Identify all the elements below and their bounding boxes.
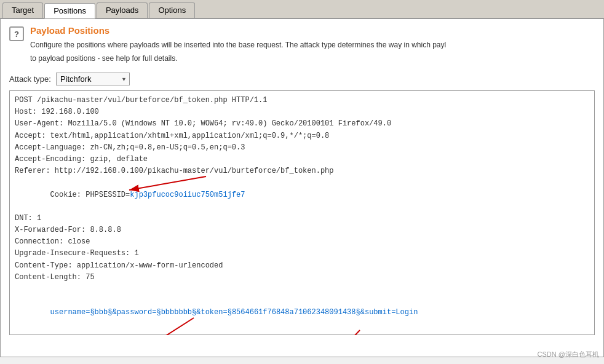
- request-line-8: Cookie: PHPSESSID=kjp3pfucoc9oiiuc750m51…: [15, 177, 589, 213]
- request-line-7: Referer: http://192.168.0.100/pikachu-ma…: [15, 165, 589, 177]
- help-content: Payload Positions Configure the position…: [30, 25, 446, 66]
- request-line-13: Content-Type: application/x-www-form-url…: [15, 260, 589, 272]
- body-token-marker: §8564661f76848a71062348091438§: [228, 308, 360, 317]
- request-line-4: Accept: text/html,application/xhtml+xml,…: [15, 130, 589, 142]
- watermark: CSDN @深白色耳机: [538, 350, 599, 359]
- request-line-3: User-Agent: Mozilla/5.0 (Windows NT 10.0…: [15, 118, 589, 130]
- section-title: Payload Positions: [30, 25, 446, 36]
- cookie-value: kjp3pfucoc9oiiuc750m51jfe7: [130, 191, 245, 199]
- request-line-6: Accept-Encoding: gzip, deflate: [15, 154, 589, 165]
- request-line-15: [15, 283, 589, 295]
- request-line-5: Accept-Language: zh-CN,zh;q=0.8,en-US;q=…: [15, 142, 589, 154]
- body-submit: &submit=Login: [360, 308, 418, 317]
- body-username-prefix: username=: [50, 308, 90, 317]
- body-password-marker: §bbbbbbb§: [156, 308, 196, 317]
- tab-positions[interactable]: Positions: [44, 3, 95, 18]
- attack-type-select[interactable]: Pitchfork Sniper Battering ram Cluster b…: [56, 73, 130, 85]
- body-password-prefix: &password=: [112, 308, 156, 317]
- description2-text: to payload positions - see help for full…: [30, 54, 177, 63]
- tab-bar: Target Positions Payloads Options: [0, 0, 604, 19]
- tab-options[interactable]: Options: [149, 2, 195, 18]
- description-line1: Configure the positions where payloads w…: [30, 39, 446, 50]
- body-username-marker: §bbb§: [90, 308, 112, 317]
- description-line2: to payload positions - see help for full…: [30, 53, 446, 64]
- help-section: ? Payload Positions Configure the positi…: [9, 25, 595, 66]
- request-line-12: Upgrade-Insecure-Requests: 1: [15, 248, 589, 259]
- tab-target[interactable]: Target: [2, 2, 43, 18]
- attack-type-label: Attack type:: [9, 74, 51, 84]
- request-line-1: POST /pikachu-master/vul/burteforce/bf_t…: [15, 95, 589, 106]
- request-line-9: DNT: 1: [15, 213, 589, 224]
- request-container: POST /pikachu-master/vul/burteforce/bf_t…: [9, 90, 595, 335]
- attack-type-row: Attack type: Pitchfork Sniper Battering …: [9, 73, 595, 85]
- body-token-prefix: &token=: [196, 308, 227, 317]
- request-line-14: Content-Length: 75: [15, 272, 589, 283]
- help-icon[interactable]: ?: [9, 26, 24, 41]
- request-line-11: Connection: close: [15, 236, 589, 248]
- attack-type-select-wrapper: Pitchfork Sniper Battering ram Cluster b…: [56, 73, 130, 85]
- cookie-prefix: Cookie: PHPSESSID=: [50, 191, 130, 199]
- request-box[interactable]: POST /pikachu-master/vul/burteforce/bf_t…: [9, 90, 595, 335]
- request-line-10: X-Forwarded-For: 8.8.8.8: [15, 224, 589, 236]
- request-line-2: Host: 192.168.0.100: [15, 106, 589, 118]
- tab-payloads[interactable]: Payloads: [97, 2, 148, 18]
- content-area: ? Payload Positions Configure the positi…: [0, 19, 604, 357]
- request-body-line: username=§bbb§&password=§bbbbbbb§&token=…: [15, 295, 589, 331]
